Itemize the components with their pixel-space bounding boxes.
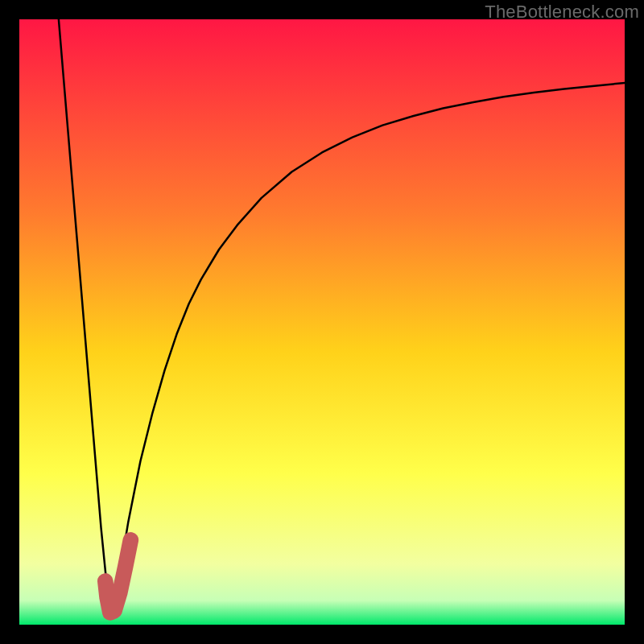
plot-area <box>19 19 625 625</box>
chart-svg <box>19 19 625 625</box>
gradient-background <box>19 19 625 625</box>
chart-frame: TheBottleneck.com <box>0 0 644 644</box>
watermark-text: TheBottleneck.com <box>485 2 639 23</box>
